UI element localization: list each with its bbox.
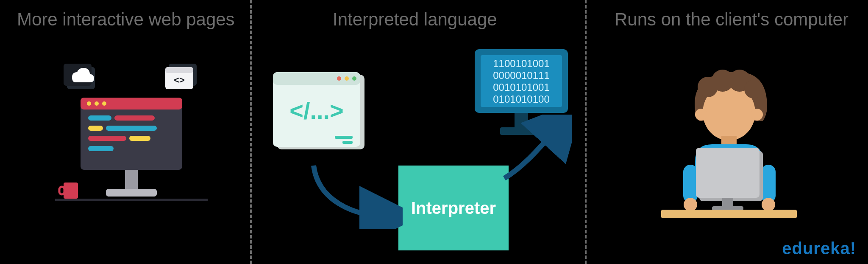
svg-rect-16	[129, 136, 150, 141]
svg-text:0101010100: 0101010100	[493, 93, 549, 105]
svg-point-27	[352, 76, 356, 81]
svg-text:1100101001: 1100101001	[493, 58, 549, 69]
svg-point-50	[762, 198, 775, 211]
svg-rect-21	[59, 187, 64, 194]
interpreter-label: Interpreter	[411, 199, 496, 218]
arrow-code-to-interpreter	[305, 161, 403, 229]
mug-icon	[59, 183, 78, 199]
svg-rect-48	[761, 165, 776, 203]
svg-rect-12	[114, 115, 155, 121]
desk-line	[55, 199, 208, 201]
svg-point-43	[744, 80, 763, 98]
cloud-icon	[64, 64, 95, 89]
svg-point-25	[337, 76, 341, 81]
svg-rect-17	[88, 146, 114, 151]
svg-rect-14	[106, 126, 157, 131]
svg-point-26	[345, 76, 349, 81]
divider-1	[250, 0, 252, 264]
code-chip-icon: <>	[165, 64, 197, 89]
svg-rect-20	[64, 183, 78, 199]
svg-rect-53	[722, 198, 733, 207]
divider-2	[585, 0, 587, 264]
svg-point-9	[95, 101, 99, 106]
svg-point-49	[684, 198, 697, 211]
svg-point-10	[102, 101, 106, 106]
svg-rect-29	[335, 136, 353, 139]
desktop-monitor-icon	[81, 98, 182, 197]
svg-rect-52	[696, 148, 760, 198]
svg-rect-30	[342, 141, 353, 144]
code-window-icon: </...>	[271, 72, 369, 157]
svg-text:<>: <>	[174, 75, 185, 85]
webdev-illustration: <>	[55, 64, 208, 225]
svg-rect-47	[683, 165, 698, 203]
svg-point-45	[751, 109, 763, 121]
svg-rect-15	[88, 136, 126, 141]
svg-rect-19	[106, 189, 157, 197]
client-monitor-icon	[696, 148, 763, 211]
panel-title-left: More interactive web pages	[17, 9, 235, 30]
brand-logo: edureka!	[782, 239, 856, 258]
svg-text:0010101001: 0010101001	[493, 81, 549, 93]
svg-rect-18	[125, 170, 138, 189]
svg-point-44	[695, 109, 707, 121]
panel-title-right: Runs on the client's computer	[615, 9, 849, 30]
svg-text:</...>: </...>	[289, 97, 344, 124]
arrow-interpreter-to-output	[500, 115, 572, 183]
diagram-stage: More interactive web pages Interpreted l…	[0, 0, 868, 264]
client-desk	[661, 210, 797, 218]
svg-rect-13	[88, 126, 103, 131]
svg-rect-11	[88, 115, 111, 121]
panel-title-center: Interpreted language	[333, 9, 497, 30]
client-user-illustration	[644, 68, 814, 229]
svg-text:0000010111: 0000010111	[493, 70, 549, 81]
svg-rect-4	[165, 67, 193, 73]
svg-point-8	[87, 101, 91, 106]
interpreter-box: Interpreter	[398, 166, 509, 250]
